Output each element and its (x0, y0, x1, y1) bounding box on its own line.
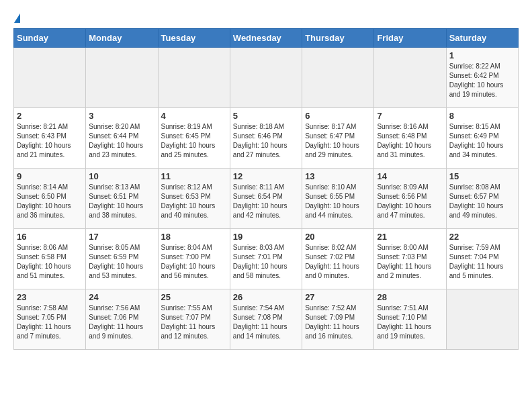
day-info: Sunrise: 8:20 AM Sunset: 6:44 PM Dayligh… (89, 122, 154, 160)
calendar-cell: 16Sunrise: 8:06 AM Sunset: 6:58 PM Dayli… (14, 229, 86, 289)
calendar-cell: 24Sunrise: 7:56 AM Sunset: 7:06 PM Dayli… (86, 289, 158, 350)
calendar-cell: 8Sunrise: 8:15 AM Sunset: 6:49 PM Daylig… (446, 108, 518, 169)
day-info: Sunrise: 8:13 AM Sunset: 6:51 PM Dayligh… (89, 183, 154, 220)
day-info: Sunrise: 7:58 AM Sunset: 7:05 PM Dayligh… (17, 304, 83, 341)
day-info: Sunrise: 7:52 AM Sunset: 7:09 PM Dayligh… (305, 304, 371, 341)
day-info: Sunrise: 8:08 AM Sunset: 6:57 PM Dayligh… (449, 183, 515, 220)
calendar-cell: 15Sunrise: 8:08 AM Sunset: 6:57 PM Dayli… (446, 169, 518, 229)
calendar-cell: 14Sunrise: 8:09 AM Sunset: 6:56 PM Dayli… (374, 169, 446, 229)
calendar-cell: 3Sunrise: 8:20 AM Sunset: 6:44 PM Daylig… (86, 108, 158, 169)
calendar-week-row: 9Sunrise: 8:14 AM Sunset: 6:50 PM Daylig… (14, 169, 519, 229)
logo-triangle-icon (14, 13, 20, 23)
calendar-cell: 2Sunrise: 8:21 AM Sunset: 6:43 PM Daylig… (14, 108, 86, 169)
page-header (13, 13, 519, 21)
day-info: Sunrise: 7:51 AM Sunset: 7:10 PM Dayligh… (377, 304, 443, 341)
calendar-cell: 25Sunrise: 7:55 AM Sunset: 7:07 PM Dayli… (158, 289, 230, 350)
calendar-cell (14, 48, 86, 108)
calendar-cell: 13Sunrise: 8:10 AM Sunset: 6:55 PM Dayli… (302, 169, 374, 229)
calendar-cell: 19Sunrise: 8:03 AM Sunset: 7:01 PM Dayli… (230, 229, 302, 289)
day-info: Sunrise: 8:15 AM Sunset: 6:49 PM Dayligh… (449, 122, 515, 160)
column-header-wednesday: Wednesday (230, 29, 302, 48)
calendar-cell (158, 48, 230, 108)
day-info: Sunrise: 8:17 AM Sunset: 6:47 PM Dayligh… (305, 122, 371, 160)
day-info: Sunrise: 8:12 AM Sunset: 6:53 PM Dayligh… (161, 183, 227, 220)
calendar-cell (86, 48, 158, 108)
day-info: Sunrise: 8:18 AM Sunset: 6:46 PM Dayligh… (233, 122, 299, 160)
day-info: Sunrise: 7:56 AM Sunset: 7:06 PM Dayligh… (89, 304, 154, 341)
calendar-cell: 12Sunrise: 8:11 AM Sunset: 6:54 PM Dayli… (230, 169, 302, 229)
calendar-cell: 11Sunrise: 8:12 AM Sunset: 6:53 PM Dayli… (158, 169, 230, 229)
day-info: Sunrise: 8:00 AM Sunset: 7:03 PM Dayligh… (377, 243, 443, 281)
day-number: 27 (305, 292, 371, 302)
calendar-week-row: 23Sunrise: 7:58 AM Sunset: 7:05 PM Dayli… (14, 289, 519, 350)
calendar-cell (302, 48, 374, 108)
calendar-cell: 28Sunrise: 7:51 AM Sunset: 7:10 PM Dayli… (374, 289, 446, 350)
column-header-friday: Friday (374, 29, 446, 48)
day-info: Sunrise: 8:10 AM Sunset: 6:55 PM Dayligh… (305, 183, 371, 220)
day-info: Sunrise: 8:05 AM Sunset: 6:59 PM Dayligh… (89, 243, 154, 281)
day-number: 12 (233, 171, 299, 181)
day-number: 3 (89, 111, 154, 121)
day-info: Sunrise: 8:03 AM Sunset: 7:01 PM Dayligh… (233, 243, 299, 281)
day-number: 13 (305, 171, 371, 181)
calendar-header-row: SundayMondayTuesdayWednesdayThursdayFrid… (14, 29, 519, 48)
day-number: 4 (161, 111, 227, 121)
day-number: 17 (89, 232, 154, 242)
day-info: Sunrise: 8:06 AM Sunset: 6:58 PM Dayligh… (17, 243, 83, 281)
calendar-cell: 18Sunrise: 8:04 AM Sunset: 7:00 PM Dayli… (158, 229, 230, 289)
calendar-cell (446, 289, 518, 350)
day-number: 10 (89, 171, 154, 181)
day-number: 22 (449, 232, 515, 242)
day-info: Sunrise: 8:16 AM Sunset: 6:48 PM Dayligh… (377, 122, 443, 160)
column-header-saturday: Saturday (446, 29, 518, 48)
calendar-cell: 10Sunrise: 8:13 AM Sunset: 6:51 PM Dayli… (86, 169, 158, 229)
day-info: Sunrise: 8:11 AM Sunset: 6:54 PM Dayligh… (233, 183, 299, 220)
calendar-cell (230, 48, 302, 108)
day-number: 16 (17, 232, 83, 242)
day-number: 7 (377, 111, 443, 121)
calendar-cell: 6Sunrise: 8:17 AM Sunset: 6:47 PM Daylig… (302, 108, 374, 169)
calendar-week-row: 16Sunrise: 8:06 AM Sunset: 6:58 PM Dayli… (14, 229, 519, 289)
day-number: 8 (449, 111, 515, 121)
day-info: Sunrise: 7:55 AM Sunset: 7:07 PM Dayligh… (161, 304, 227, 341)
calendar-cell: 5Sunrise: 8:18 AM Sunset: 6:46 PM Daylig… (230, 108, 302, 169)
day-number: 6 (305, 111, 371, 121)
day-number: 1 (449, 50, 515, 60)
logo (13, 13, 20, 21)
day-number: 14 (377, 171, 443, 181)
day-number: 15 (449, 171, 515, 181)
day-number: 11 (161, 171, 227, 181)
day-number: 24 (89, 292, 154, 302)
calendar-cell: 27Sunrise: 7:52 AM Sunset: 7:09 PM Dayli… (302, 289, 374, 350)
day-info: Sunrise: 8:22 AM Sunset: 6:42 PM Dayligh… (449, 62, 515, 99)
calendar-cell: 17Sunrise: 8:05 AM Sunset: 6:59 PM Dayli… (86, 229, 158, 289)
calendar-cell: 21Sunrise: 8:00 AM Sunset: 7:03 PM Dayli… (374, 229, 446, 289)
day-number: 19 (233, 232, 299, 242)
day-number: 26 (233, 292, 299, 302)
day-number: 25 (161, 292, 227, 302)
calendar-cell: 26Sunrise: 7:54 AM Sunset: 7:08 PM Dayli… (230, 289, 302, 350)
column-header-thursday: Thursday (302, 29, 374, 48)
day-number: 9 (17, 171, 83, 181)
day-info: Sunrise: 8:02 AM Sunset: 7:02 PM Dayligh… (305, 243, 371, 281)
day-info: Sunrise: 8:19 AM Sunset: 6:45 PM Dayligh… (161, 122, 227, 160)
day-number: 23 (17, 292, 83, 302)
day-number: 2 (17, 111, 83, 121)
day-number: 21 (377, 232, 443, 242)
calendar-week-row: 1Sunrise: 8:22 AM Sunset: 6:42 PM Daylig… (14, 48, 519, 108)
calendar-cell (374, 48, 446, 108)
calendar-cell: 1Sunrise: 8:22 AM Sunset: 6:42 PM Daylig… (446, 48, 518, 108)
day-info: Sunrise: 8:09 AM Sunset: 6:56 PM Dayligh… (377, 183, 443, 220)
day-info: Sunrise: 7:54 AM Sunset: 7:08 PM Dayligh… (233, 304, 299, 341)
calendar-cell: 22Sunrise: 7:59 AM Sunset: 7:04 PM Dayli… (446, 229, 518, 289)
column-header-tuesday: Tuesday (158, 29, 230, 48)
day-info: Sunrise: 8:04 AM Sunset: 7:00 PM Dayligh… (161, 243, 227, 281)
calendar-cell: 7Sunrise: 8:16 AM Sunset: 6:48 PM Daylig… (374, 108, 446, 169)
day-info: Sunrise: 7:59 AM Sunset: 7:04 PM Dayligh… (449, 243, 515, 281)
calendar-table: SundayMondayTuesdayWednesdayThursdayFrid… (13, 28, 519, 350)
calendar-cell: 4Sunrise: 8:19 AM Sunset: 6:45 PM Daylig… (158, 108, 230, 169)
day-number: 18 (161, 232, 227, 242)
day-info: Sunrise: 8:14 AM Sunset: 6:50 PM Dayligh… (17, 183, 83, 220)
calendar-cell: 23Sunrise: 7:58 AM Sunset: 7:05 PM Dayli… (14, 289, 86, 350)
column-header-sunday: Sunday (14, 29, 86, 48)
